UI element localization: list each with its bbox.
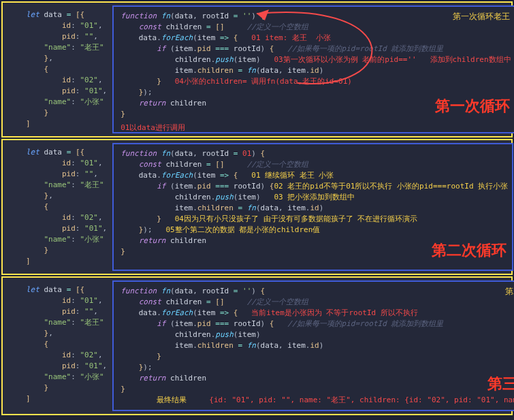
code-line: }, [26,53,107,64]
code-line: } 04小张的children= 调用fn(data,老王的id=01) [121,76,511,87]
function-code-box: function fn(data, rootId = '') { const c… [112,5,514,133]
data-array-code: let data = [{ id: "01", pid: "", "name":… [3,143,112,271]
data-array-code: let data = [{ id: "01", pid: "", "name":… [3,5,112,133]
code-line: { [26,64,107,75]
code-line: return children [121,236,508,246]
code-line: if (item.pid === rootId) { //如果每一项的pid=r… [121,319,514,329]
code-line: const children = [] //定义一个空数组 [121,297,514,308]
code-line: if (item.pid === rootId) { //如果每一项的pid=r… [121,44,511,54]
code-line: id: "02", [26,350,107,361]
code-line: pid: "", [26,169,107,180]
function-code-box: function fn(data, rootId = '') { const c… [112,280,514,411]
code-line: pid: "01", [26,86,107,97]
code-line: return children [121,98,511,109]
code-line: function fn(data, rootId = '') { [121,286,514,297]
code-line: const children = [] //定义一个空数组 [121,159,508,170]
code-line: pid: "01", [26,361,107,372]
code-line: function fn(data, rootId = '') { [121,11,511,22]
code-line: function fn(data, rootId = 01) { [121,148,508,159]
code-line: id: "01", [26,295,107,306]
code-line: ] [26,393,107,404]
code-line: let data = [{ [26,285,107,295]
code-line: data.forEach(item => { 当前item是小张因为 不等于ro… [121,308,514,319]
below-box-note: 01以data进行调用 [121,123,185,133]
code-line: } [26,383,107,393]
code-line: children.push(item) [121,329,514,340]
code-line: const children = [] //定义一个空数组 [121,22,511,33]
code-panel-3: let data = [{ id: "01", pid: "", "name":… [1,276,513,415]
code-line: { [26,339,107,350]
code-line: id: "01", [26,158,107,169]
code-line: pid: "", [26,306,107,317]
final-result-note: 最终结果 {id: "01", pid: "", name: "老王", chi… [121,395,514,406]
code-line: "name": "小张" [26,372,107,383]
code-line: "name": "老王" [26,317,107,328]
code-line: item.children = fn(data, item.id) [121,65,511,76]
code-line: "name": "老王" [26,180,107,191]
code-line: item.children = fn(data, item.id) [121,340,514,351]
code-panel-2: let data = [{ id: "01", pid: "", "name":… [1,139,513,275]
code-line: id: "01", [26,20,107,31]
code-line: }, [26,191,107,201]
code-line: let data = [{ [26,147,107,158]
code-line: } [121,109,511,120]
code-line: "name": "小张" [26,97,107,108]
data-array-code: let data = [{ id: "01", pid: "", "name":… [3,280,112,411]
code-line: data.forEach(item => { 01 item: 老王 小张 [121,33,511,44]
code-line: "name": "老王" [26,42,107,53]
code-line: pid: "", [26,31,107,42]
code-line: } [26,245,107,256]
code-line: pid: "01", [26,223,107,234]
function-code-box: function fn(data, rootId = 01) { const c… [112,143,513,271]
code-line: id: "02", [26,212,107,223]
code-line: return children [121,373,514,384]
code-line: ] [26,256,107,267]
code-line: } [121,351,514,362]
code-line: id: "02", [26,75,107,86]
code-line: } [26,108,107,118]
code-line: item.children = fn(data, item.id) [121,203,508,214]
code-line: }, [26,328,107,339]
code-line: } [121,246,508,257]
code-line: if (item.pid === rootId) {02 老王的pid不等于01… [121,181,508,192]
code-line: } 04因为只有小只没孩子了 由于没有可多数据能孩子了 不在进行循环演示 [121,214,508,225]
code-line: data.forEach(item => { 01 继续循环 老王 小张 [121,170,508,181]
code-line: let data = [{ [26,10,107,20]
code-panel-1: let data = [{ id: "01", pid: "", "name":… [1,1,513,138]
code-line: "name": "小张" [26,234,107,245]
code-line: { [26,201,107,212]
code-line: children.push(item) 03 把小张添加到数组中 [121,192,508,203]
code-line: }); [121,87,511,98]
code-line: }); 05整个第二次的数据 都是小张的children值 [121,225,508,236]
code-line: ] [26,118,107,129]
code-line: children.push(item) 03第一次循环以小张为例 老前的pid=… [121,54,511,65]
code-line: }); [121,362,514,373]
code-line: } [121,384,514,395]
